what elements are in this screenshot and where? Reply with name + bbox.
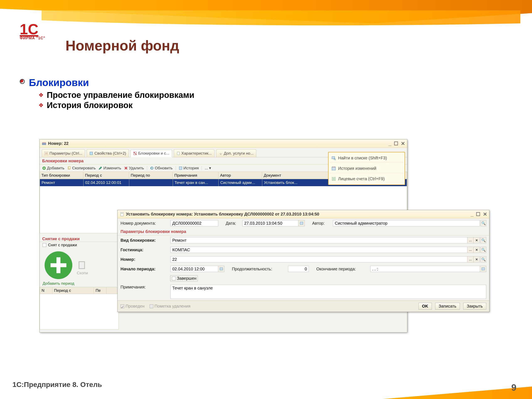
window-set-block: Установить блокировку номера: Установить…: [117, 210, 489, 312]
delmark-label: Пометка удаления: [155, 304, 190, 309]
calendar-button[interactable]: [480, 266, 486, 272]
tab-props[interactable]: Свойства (Ctrl+2): [87, 149, 129, 157]
lookup-button[interactable]: 🔍: [481, 256, 486, 262]
block-icon: [133, 152, 137, 155]
row-done: Завершен: [118, 274, 489, 283]
docnum-field[interactable]: ДСЛ000000002: [171, 220, 218, 226]
select-button[interactable]: ...: [467, 237, 474, 243]
col-to[interactable]: Период по: [129, 172, 173, 179]
start-label: Начало периода:: [120, 267, 168, 271]
history-button[interactable]: История: [179, 166, 199, 171]
col-notes[interactable]: Примечания: [173, 172, 218, 179]
col-from[interactable]: Период с: [83, 172, 129, 179]
close-button[interactable]: ✕: [401, 141, 405, 146]
start-field[interactable]: 02.04.2010 12:00: [171, 266, 218, 272]
tab-char[interactable]: Характеристик...: [174, 149, 215, 157]
bullet-icon: [20, 79, 25, 84]
select-button[interactable]: ...: [467, 247, 474, 253]
accounts-link[interactable]: Лицевые счета (Ctrl+F9): [330, 174, 403, 183]
select-button[interactable]: ...: [467, 256, 474, 262]
tab-blocks[interactable]: Блокировки и с...: [131, 150, 172, 157]
col-author[interactable]: Автор: [218, 172, 262, 179]
add-period-button[interactable]: Добавить период: [43, 249, 74, 286]
off-sale-checkbox[interactable]: [43, 243, 46, 247]
small-grid-header: N Период с Пе: [40, 287, 119, 294]
ok-button[interactable]: OK: [418, 303, 432, 310]
lookup-button[interactable]: 🔍: [481, 237, 486, 243]
window-title: Установить блокировку номера: Установить…: [126, 212, 471, 216]
svg-rect-14: [69, 166, 70, 169]
done-checkbox-group[interactable]: Завершен: [171, 275, 198, 281]
col-type[interactable]: Тип блокировки: [40, 172, 83, 179]
maximize-button[interactable]: ☐: [476, 211, 481, 217]
copy-period-button[interactable]: Скопи: [77, 260, 88, 275]
docnum-label: Номер документа:: [120, 221, 168, 226]
clear-button[interactable]: ✕: [474, 247, 480, 253]
tab-params[interactable]: Параметры (Ctrl...: [42, 149, 85, 157]
lookup-button[interactable]: 🔍: [481, 220, 486, 226]
maximize-button[interactable]: ☐: [394, 141, 398, 146]
section-off-sale: Снятие с продажи: [40, 233, 119, 242]
minimize-button[interactable]: _: [389, 141, 391, 146]
svg-rect-17: [79, 262, 85, 269]
refresh-icon: [150, 166, 154, 170]
col-from[interactable]: Период с: [52, 287, 94, 294]
clear-button[interactable]: ✕: [474, 237, 480, 243]
service-icon: [219, 152, 222, 155]
window-title: Номер: 22: [48, 141, 389, 146]
add-button[interactable]: Добавить: [42, 166, 64, 171]
svg-rect-29: [300, 222, 303, 224]
close-button[interactable]: ✕: [483, 211, 487, 217]
svg-rect-0: [42, 143, 46, 145]
type-field[interactable]: Ремонт: [171, 237, 467, 243]
svg-rect-28: [121, 213, 123, 213]
notes-field[interactable]: Течет кран в санузле: [171, 285, 486, 299]
svg-rect-10: [177, 152, 179, 155]
col-n[interactable]: N: [40, 287, 52, 294]
notes-label: Примечания:: [120, 285, 168, 290]
done-checkbox[interactable]: [172, 277, 176, 280]
col-to[interactable]: Пе: [94, 287, 106, 294]
author-field[interactable]: Системный администратор: [333, 220, 480, 226]
copy-button[interactable]: Скопировать: [67, 166, 95, 171]
lookup-button[interactable]: 🔍: [481, 247, 486, 253]
delete-button[interactable]: Удалить: [124, 166, 144, 171]
page-number: 9: [511, 382, 516, 393]
history-link[interactable]: История изменений: [330, 164, 403, 173]
decor-swoosh-top2: [42, 10, 520, 35]
calendar-icon: [481, 267, 485, 271]
close-button[interactable]: Закрыть: [463, 303, 486, 310]
row-docnum: Номер документа: ДСЛ000000002 Дата: 27.0…: [118, 218, 489, 228]
footer-bar: ✓ Проведен Пометка удаления OK Записать …: [118, 300, 489, 312]
calendar-button[interactable]: [218, 266, 224, 272]
side-panel: Найти в списке (Shift+F3) История измене…: [328, 152, 405, 185]
minimize-button[interactable]: _: [471, 211, 473, 217]
dur-field[interactable]: 0: [288, 266, 309, 272]
calendar-icon: [300, 222, 303, 225]
titlebar[interactable]: Установить блокировку номера: Установить…: [118, 210, 489, 218]
date-field[interactable]: 27.03.2010 13:04:50: [242, 220, 298, 226]
off-sale-row: Снят с продажи: [40, 242, 119, 248]
account-icon: [331, 177, 336, 181]
small-grid-body[interactable]: [40, 294, 119, 329]
small-toolbar: Добавить период Скопи: [40, 248, 119, 287]
svg-rect-22: [333, 167, 333, 167]
find-in-list-link[interactable]: Найти в списке (Shift+F3): [330, 154, 403, 163]
clear-button[interactable]: ✕: [474, 256, 480, 262]
save-button[interactable]: Записать: [435, 303, 460, 310]
more-button[interactable]: ... ▾: [205, 166, 211, 171]
end-label: Окончание периода:: [316, 267, 368, 271]
hotel-field[interactable]: КОМПАС: [171, 247, 467, 253]
copy-icon: [77, 260, 88, 271]
svg-line-20: [335, 159, 336, 160]
row-hotel: Гостиница: КОМПАС...✕🔍: [118, 245, 489, 254]
plus-icon: [43, 249, 74, 281]
titlebar[interactable]: Номер: 22 _ ☐ ✕: [40, 139, 407, 148]
tab-services[interactable]: Доп. услуги но...: [216, 149, 256, 157]
room-field[interactable]: 22: [171, 256, 467, 262]
end-field[interactable]: . . :: [370, 266, 480, 272]
edit-button[interactable]: Изменить: [99, 166, 121, 171]
row-type: Вид блокировки: Ремонт...✕🔍: [118, 235, 489, 245]
refresh-button[interactable]: Обновить: [150, 166, 173, 171]
calendar-button[interactable]: [298, 220, 305, 226]
